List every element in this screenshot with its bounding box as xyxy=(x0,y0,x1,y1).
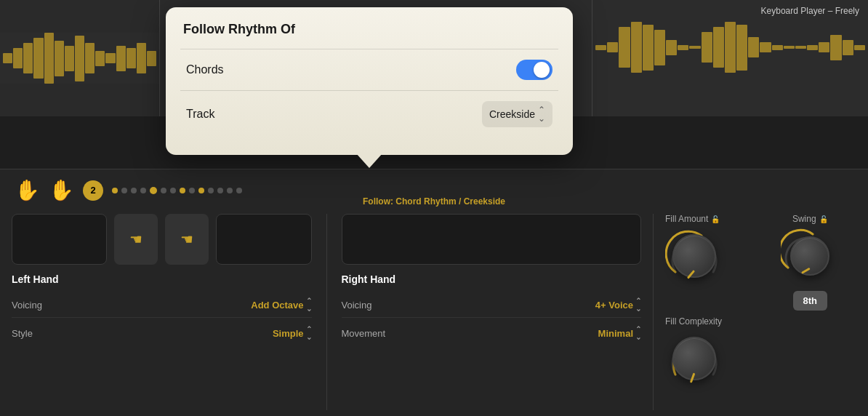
popup-title: Follow Rhythm Of xyxy=(183,22,555,37)
right-waveform xyxy=(592,22,868,73)
follow-label: Follow: Chord Rhythm / Creekside xyxy=(363,196,505,207)
dot-14[interactable] xyxy=(236,188,242,193)
left-style-chevron: ⌃⌄ xyxy=(306,325,312,341)
right-movement-label: Movement xyxy=(342,328,386,339)
track-row: Track Creekside ⌃⌄ xyxy=(183,91,555,137)
swing-knob-container xyxy=(781,227,839,285)
fill-amount-lock-icon: 🔓 xyxy=(711,215,720,223)
left-voicing-chevron: ⌃⌄ xyxy=(306,297,312,313)
fill-complexity-knob-container xyxy=(665,329,723,388)
controls-area: ✋ ✋ 2 Follow: Chord Rhythm / Creekside xyxy=(0,169,868,416)
left-hand-icon[interactable]: ✋ xyxy=(15,178,40,202)
step-badge: 2 xyxy=(83,180,103,201)
hand-divider xyxy=(326,214,327,410)
left-voicing-value[interactable]: Add Octave ⌃⌄ xyxy=(251,297,311,313)
right-movement-value[interactable]: Minimal ⌃⌄ xyxy=(598,325,641,341)
dot-11[interactable] xyxy=(208,188,214,193)
track-dropdown[interactable]: Creekside ⌃⌄ xyxy=(482,101,552,127)
right-movement-chevron: ⌃⌄ xyxy=(635,325,641,341)
pagination-dots xyxy=(112,187,853,194)
fill-amount-knob[interactable] xyxy=(672,234,716,278)
dot-10[interactable] xyxy=(198,188,204,193)
chords-row: Chords xyxy=(183,49,555,90)
knobs-grid: Fill Amount 🔓 xyxy=(665,214,856,388)
swing-label: Swing 🔓 xyxy=(792,214,828,224)
track-dropdown-value: Creekside xyxy=(489,108,535,120)
follow-value: Chord Rhythm / Creekside xyxy=(395,196,505,207)
left-hand-btn[interactable]: ☚ xyxy=(114,214,158,265)
controls-main: ☚ ☚ Left Hand Voicing Add Octave ⌃⌄ Styl… xyxy=(0,208,868,416)
swing-knob[interactable] xyxy=(790,236,829,276)
left-hand-btn2[interactable]: ☚ xyxy=(165,214,209,265)
chevron-updown-icon: ⌃⌄ xyxy=(538,105,545,123)
left-hand-title: Left Hand xyxy=(12,273,312,285)
fill-complexity-knob[interactable] xyxy=(672,337,716,380)
left-hand-preview-box xyxy=(12,214,107,265)
chords-toggle[interactable] xyxy=(516,60,552,80)
eighth-note-button[interactable]: 8th xyxy=(793,291,828,311)
timeline-left xyxy=(0,0,160,116)
dot-1[interactable] xyxy=(112,188,118,193)
dot-3[interactable] xyxy=(131,188,137,193)
follow-rhythm-popup: Follow Rhythm Of Chords Track Creekside … xyxy=(166,7,573,155)
chords-label: Chords xyxy=(186,63,224,76)
timeline-right: Keyboard Player – Freely xyxy=(592,0,868,116)
left-hand-preview-box2 xyxy=(216,214,311,265)
fill-amount-section: Fill Amount 🔓 xyxy=(665,214,758,285)
right-hand-panel: Right Hand Voicing 4+ Voice ⌃⌄ Movement … xyxy=(342,214,642,410)
dot-2[interactable] xyxy=(121,188,127,193)
fill-complexity-section: Fill Complexity xyxy=(665,316,758,388)
left-waveform xyxy=(0,33,159,84)
swing-lock-icon: 🔓 xyxy=(819,215,828,223)
track-label: Keyboard Player – Freely xyxy=(761,6,859,16)
right-voicing-value[interactable]: 4+ Voice ⌃⌄ xyxy=(595,297,641,313)
fill-amount-knob-container xyxy=(665,227,723,285)
left-style-row: Style Simple ⌃⌄ xyxy=(12,321,312,345)
left-style-value[interactable]: Simple ⌃⌄ xyxy=(273,325,312,341)
dot-6[interactable] xyxy=(161,188,166,193)
right-hand-icon[interactable]: ✋ xyxy=(49,178,74,202)
left-voicing-label: Voicing xyxy=(12,300,42,311)
right-hand-title: Right Hand xyxy=(342,273,642,285)
dot-9[interactable] xyxy=(189,188,195,193)
left-voicing-row: Voicing Add Octave ⌃⌄ xyxy=(12,292,312,318)
right-voicing-label: Voicing xyxy=(342,300,372,311)
left-style-label: Style xyxy=(12,328,33,339)
left-hand-panel: ☚ ☚ Left Hand Voicing Add Octave ⌃⌄ Styl… xyxy=(12,214,312,410)
follow-prefix: Follow: xyxy=(363,196,395,207)
right-voicing-chevron: ⌃⌄ xyxy=(635,297,641,313)
left-hand-preview-row: ☚ ☚ xyxy=(12,214,312,265)
dot-7[interactable] xyxy=(170,188,176,193)
dot-4[interactable] xyxy=(140,188,146,193)
knobs-panel: Fill Amount 🔓 xyxy=(653,214,856,410)
swing-section: Swing 🔓 8th xyxy=(764,214,857,311)
fill-complexity-label: Fill Complexity xyxy=(665,316,758,327)
fill-amount-label: Fill Amount 🔓 xyxy=(665,214,758,224)
right-hand-preview-box xyxy=(342,214,642,265)
dot-8[interactable] xyxy=(180,188,185,193)
right-hand-preview-row xyxy=(342,214,642,265)
right-movement-row: Movement Minimal ⌃⌄ xyxy=(342,321,642,345)
dot-5[interactable] xyxy=(150,187,157,194)
controls-topbar: ✋ ✋ 2 Follow: Chord Rhythm / Creekside xyxy=(0,169,868,208)
dot-12[interactable] xyxy=(217,188,223,193)
track-label-popup: Track xyxy=(186,108,214,121)
right-voicing-row: Voicing 4+ Voice ⌃⌄ xyxy=(342,292,642,318)
dot-13[interactable] xyxy=(227,188,233,193)
